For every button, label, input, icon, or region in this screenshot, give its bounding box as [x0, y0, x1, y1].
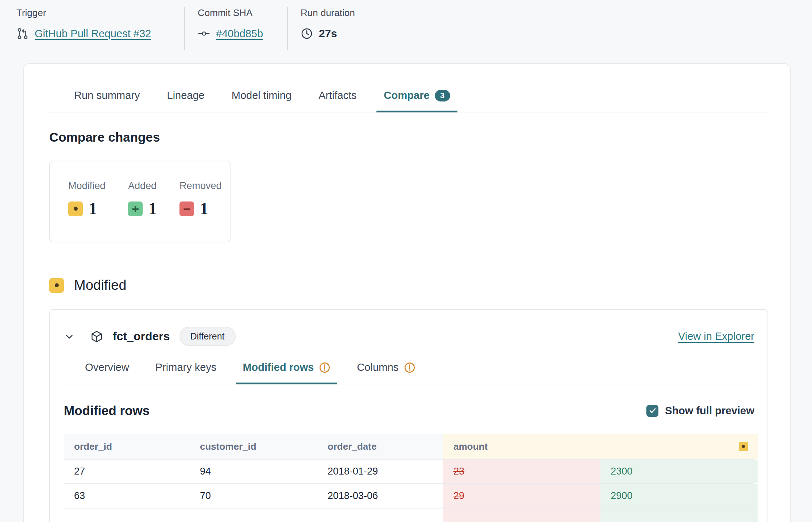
model-cube-icon	[90, 330, 103, 343]
tab-primary-keys[interactable]: Primary keys	[149, 356, 223, 384]
model-name: fct_orders	[113, 330, 170, 343]
tab-modified-rows[interactable]: Modified rows	[236, 356, 337, 384]
added-count: 1	[148, 199, 157, 218]
header-divider	[184, 7, 185, 50]
table-row: 63 70 2018-03-06 29 2900	[64, 483, 754, 508]
modified-group-title: Modified	[74, 277, 127, 293]
compare-summary-card: Modified 1 Added + 1 Removed − 1	[49, 161, 231, 242]
chevron-down-icon[interactable]	[64, 331, 75, 342]
clock-icon	[301, 27, 313, 40]
modified-column-icon	[739, 442, 748, 451]
modified-rows-title: Modified rows	[64, 403, 150, 418]
commit-meta: Commit SHA #40bd85b	[198, 7, 276, 63]
modified-group-header: Modified	[49, 277, 768, 293]
column-header-order-date: order_date	[317, 434, 443, 459]
tab-columns[interactable]: Columns	[350, 356, 422, 384]
checkbox-checked-icon[interactable]	[646, 405, 658, 417]
modified-rows-table: order_id customer_id order_date amount 2…	[64, 434, 754, 522]
column-header-amount: amount	[443, 434, 758, 459]
trigger-label: Trigger	[16, 7, 173, 19]
duration-meta: Run duration 27s	[301, 7, 355, 63]
run-tabs: Run summary Lineage Model timing Artifac…	[49, 64, 768, 112]
commit-link[interactable]: #40bd85b	[216, 28, 263, 40]
show-full-preview-toggle[interactable]: Show full preview	[646, 405, 754, 417]
view-in-explorer-link[interactable]: View in Explorer	[678, 330, 754, 342]
duration-value: 27s	[319, 27, 337, 40]
model-card-fct-orders: fct_orders Different View in Explorer Ov…	[49, 309, 768, 522]
amount-old-value: 23	[443, 460, 600, 483]
modified-count: 1	[89, 199, 97, 218]
tab-lineage[interactable]: Lineage	[160, 84, 212, 112]
commit-label: Commit SHA	[198, 7, 276, 19]
stat-added: Added + 1	[128, 180, 157, 218]
column-header-order-id: order_id	[64, 434, 190, 459]
tab-model-timing[interactable]: Model timing	[224, 84, 299, 112]
table-row: 27 94 2018-01-29 23 2300	[64, 459, 754, 483]
column-header-customer-id: customer_id	[190, 434, 317, 459]
tab-compare[interactable]: Compare 3	[376, 84, 457, 112]
amount-old-value	[443, 508, 600, 522]
modified-icon	[68, 201, 83, 216]
model-tabs: Overview Primary keys Modified rows Colu…	[63, 356, 754, 384]
modified-icon	[49, 278, 64, 293]
run-meta-header: Trigger GitHub Pull Request #32 Commit S…	[0, 0, 812, 63]
amount-old-value: 29	[443, 484, 600, 508]
warning-icon	[404, 362, 415, 373]
added-icon: +	[128, 201, 143, 216]
commit-icon	[198, 27, 210, 40]
model-card-header: fct_orders Different View in Explorer	[50, 310, 767, 346]
header-divider	[287, 7, 288, 50]
amount-new-value	[600, 508, 758, 522]
amount-new-value: 2900	[600, 484, 758, 508]
trigger-meta: Trigger GitHub Pull Request #32	[16, 7, 173, 63]
run-detail-card: Run summary Lineage Model timing Artifac…	[23, 63, 791, 522]
duration-label: Run duration	[301, 7, 355, 19]
tab-artifacts[interactable]: Artifacts	[311, 84, 364, 112]
warning-icon	[319, 362, 330, 373]
pull-request-icon	[16, 27, 29, 40]
modified-rows-panel-header: Modified rows Show full preview	[64, 403, 754, 418]
stat-modified: Modified 1	[68, 180, 105, 218]
removed-count: 1	[200, 199, 208, 218]
compare-changes-title: Compare changes	[49, 130, 768, 145]
model-status-badge: Different	[179, 327, 236, 346]
trigger-link[interactable]: GitHub Pull Request #32	[35, 28, 151, 40]
tab-overview[interactable]: Overview	[78, 356, 136, 384]
show-full-preview-label: Show full preview	[665, 405, 754, 417]
amount-new-value: 2300	[600, 460, 758, 483]
removed-icon: −	[179, 201, 194, 216]
tab-run-summary[interactable]: Run summary	[67, 84, 147, 112]
compare-count-badge: 3	[435, 90, 450, 101]
stat-removed: Removed − 1	[179, 180, 222, 218]
table-row	[64, 508, 754, 522]
table-header-row: order_id customer_id order_date amount	[64, 434, 754, 459]
